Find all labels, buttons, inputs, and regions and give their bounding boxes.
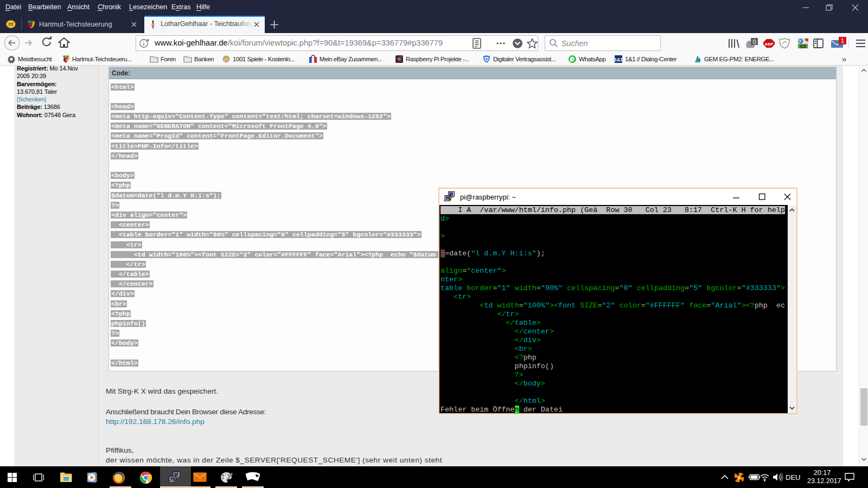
svg-text:a: a <box>738 475 741 480</box>
svg-text:1&1: 1&1 <box>614 57 623 62</box>
svg-text:S3: S3 <box>800 43 806 49</box>
svg-text:0: 0 <box>752 38 756 45</box>
svg-text:ABP: ABP <box>765 42 774 47</box>
svg-text:1: 1 <box>841 37 844 44</box>
